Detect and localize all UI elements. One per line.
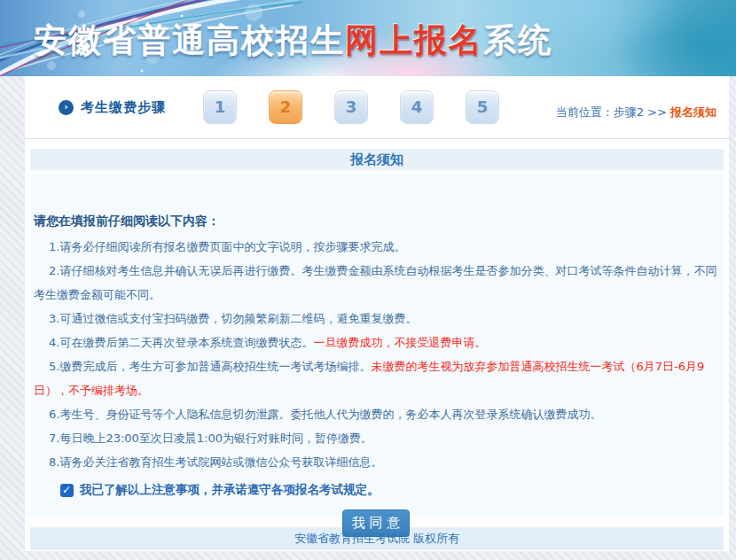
breadcrumb-prefix: 当前位置：步骤2 >>	[556, 105, 667, 119]
step-1: 1	[203, 90, 237, 124]
main-container: › 考生缴费步骤 1 2 3 4 5 当前位置：步骤2 >> 报名须知 报名须知…	[25, 76, 729, 551]
notice-item-8: 8.请务必关注省教育招生考试院网站或微信公众号获取详细信息。	[34, 450, 718, 474]
footer-copyright: 安徽省教育招生考试院 版权所有	[30, 527, 724, 550]
notice-item-7: 7.每日晚上23:00至次日凌晨1:00为银行对账时间，暂停缴费。	[34, 426, 718, 450]
agree-row: 我已了解以上注意事项，并承诺遵守各项报名考试规定。	[34, 481, 718, 499]
notice-item-5: 5.缴费完成后，考生方可参加普通高校招生统一考试考场编排。未缴费的考生视为放弃参…	[34, 354, 718, 402]
page-title-part2: 系统	[483, 21, 552, 59]
step-3: 3	[334, 90, 368, 124]
notice-item-2: 2.请仔细核对考生信息并确认无误后再进行缴费。考生缴费金额由系统自动根据考生是否…	[34, 259, 718, 307]
steps-row: › 考生缴费步骤 1 2 3 4 5 当前位置：步骤2 >> 报名须知	[25, 76, 729, 139]
header-banner: 安徽省普通高校招生网上报名系统	[0, 0, 736, 76]
page-title-part1: 安徽省普通高校招生	[34, 21, 345, 59]
notice-item-4: 4.可在缴费后第二天再次登录本系统查询缴费状态。一旦缴费成功，不接受退费申请。	[34, 331, 718, 354]
notice-item-1: 1.请务必仔细阅读所有报名缴费页面中的文字说明，按步骤要求完成。	[34, 235, 718, 259]
step-5: 5	[466, 90, 499, 124]
notice-item-6: 6.考生号、身份证号等个人隐私信息切勿泄露。委托他人代为缴费的，务必本人再次登录…	[34, 402, 718, 426]
step-indicator: 1 2 3 4 5	[203, 90, 499, 124]
notice-item-3: 3.可通过微信或支付宝扫码缴费，切勿频繁刷新二维码，避免重复缴费。	[34, 307, 718, 331]
notice-list: 1.请务必仔细阅读所有报名缴费页面中的文字说明，按步骤要求完成。 2.请仔细核对…	[34, 235, 718, 474]
notice-title-bar: 报名须知	[30, 149, 724, 170]
step-2-active: 2	[269, 90, 302, 124]
page-title-highlight: 网上报名	[345, 21, 483, 59]
notice-intro: 请您在填报前仔细阅读以下内容：	[34, 212, 718, 229]
step-4: 4	[400, 90, 434, 124]
breadcrumb-current: 报名须知	[670, 105, 716, 119]
page-title: 安徽省普通高校招生网上报名系统	[34, 19, 552, 63]
agree-checkbox[interactable]	[60, 484, 74, 497]
steps-section-label: 考生缴费步骤	[81, 99, 166, 116]
agree-checkbox-label[interactable]: 我已了解以上注意事项，并承诺遵守各项报名考试规定。	[80, 482, 380, 498]
breadcrumb: 当前位置：步骤2 >> 报名须知	[556, 105, 716, 121]
notice-panel: 请您在填报前仔细阅读以下内容： 1.请务必仔细阅读所有报名缴费页面中的文字说明，…	[30, 175, 724, 517]
arrow-badge-icon: ›	[59, 100, 74, 115]
